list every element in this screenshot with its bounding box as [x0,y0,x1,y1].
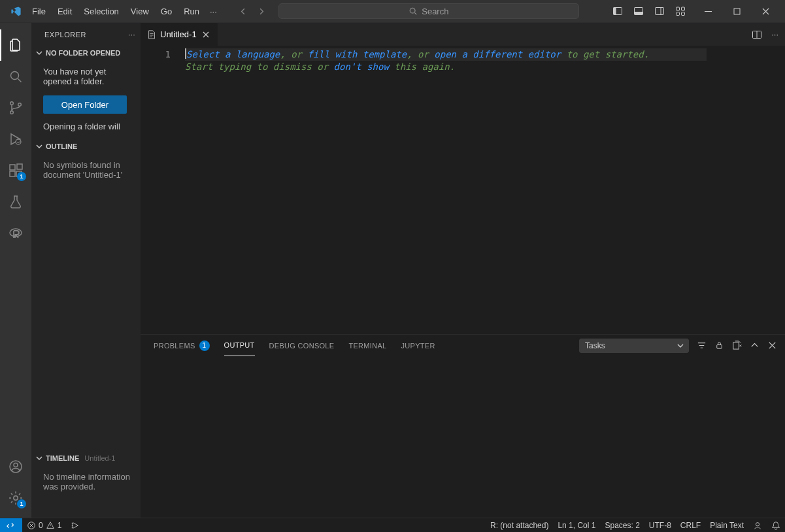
split-editor-icon[interactable] [752,29,762,40]
section-no-folder[interactable]: NO FOLDER OPENED [31,46,141,60]
status-eol[interactable]: CRLF [676,521,705,530]
panel-tab-terminal[interactable]: TERMINAL [348,335,386,356]
sidebar-more-icon[interactable]: ··· [128,31,135,39]
svg-rect-18 [10,171,15,176]
svg-rect-10 [705,11,712,12]
svg-point-24 [14,496,18,500]
no-folder-label: NO FOLDER OPENED [46,49,120,57]
status-debug-start[interactable] [66,518,84,532]
section-timeline[interactable]: TIMELINE Untitled-1 [31,451,141,465]
editor-line-2: Start typing to dismiss or don't show th… [185,61,785,73]
nav-back-icon[interactable] [238,7,248,16]
panel-filter-icon[interactable] [697,341,707,350]
menu-bar: File Edit Selection View Go Run ··· [27,4,221,19]
panel-content[interactable] [141,356,785,518]
nav-forward-icon[interactable] [257,7,267,16]
svg-rect-20 [17,164,22,169]
status-r-lang[interactable]: R: (not attached) [486,521,553,530]
menu-go[interactable]: Go [156,4,177,19]
menu-file[interactable]: File [27,4,51,19]
svg-point-0 [410,8,415,13]
status-indentation[interactable]: Spaces: 2 [600,521,644,530]
close-button[interactable] [751,0,780,23]
activity-bottom: 1 [0,451,31,518]
svg-rect-2 [614,8,616,15]
toggle-panel-icon[interactable] [633,6,644,16]
error-count: 0 [39,521,43,530]
panel-lock-icon[interactable] [714,341,724,350]
panel-maximize-icon[interactable] [750,341,760,350]
svg-point-12 [11,72,19,80]
menu-view[interactable]: View [125,4,154,19]
warning-count: 1 [58,521,62,530]
panel-clear-icon[interactable] [732,341,742,350]
chevron-down-icon [34,49,44,57]
text-editor[interactable]: 1 Select a language, or fill with templa… [141,46,785,334]
activity-source-control[interactable] [0,92,31,124]
activity-testing[interactable] [0,186,31,218]
panel-tab-output[interactable]: OUTPUT [224,335,255,356]
panel-tab-jupyter[interactable]: JUPYTER [401,335,435,356]
toggle-primary-sidebar-icon[interactable] [612,6,623,16]
code-content[interactable]: Select a language, or fill with template… [185,46,785,334]
problems-badge: 1 [199,341,210,351]
status-problems[interactable]: 0 1 [22,518,66,532]
menu-more[interactable]: ··· [206,4,221,19]
panel-tabs: PROBLEMS 1 OUTPUT DEBUG CONSOLE TERMINAL… [141,335,785,356]
status-encoding[interactable]: UTF-8 [644,521,676,530]
customize-layout-icon[interactable] [675,6,686,16]
svg-rect-4 [635,12,643,15]
output-label: OUTPUT [224,341,255,349]
dont-show-link[interactable]: don't show [334,61,389,72]
editor-text: this again. [389,61,455,72]
line-gutter: 1 [141,46,185,334]
branch-icon [8,100,24,116]
editor-more-icon[interactable]: ··· [771,29,778,39]
fill-template-link[interactable]: fill with template [307,49,407,59]
activity-search[interactable] [0,61,31,92]
minimize-button[interactable] [693,0,722,23]
tab-title: Untitled-1 [160,29,197,39]
menu-selection[interactable]: Selection [78,4,124,19]
remote-indicator[interactable] [0,518,22,533]
activity-extensions[interactable]: 1 [0,155,31,186]
status-feedback-icon[interactable] [748,521,767,530]
status-notifications-icon[interactable] [767,521,785,530]
no-folder-hint2: Opening a folder will [43,122,131,131]
layout-controls [612,6,686,16]
activity-r[interactable] [0,218,31,249]
svg-point-14 [10,111,14,114]
debug-console-label: DEBUG CONSOLE [269,342,335,350]
svg-rect-6 [676,7,680,10]
command-center-search[interactable]: Search [278,3,579,19]
section-outline[interactable]: OUTLINE [31,139,141,154]
open-folder-button[interactable]: Open Folder [43,95,127,114]
menu-run[interactable]: Run [178,4,205,19]
search-icon [8,69,24,84]
panel-close-icon[interactable] [767,341,777,350]
output-channel-dropdown[interactable]: Tasks [579,339,689,353]
toggle-secondary-sidebar-icon[interactable] [654,6,665,16]
status-language-mode[interactable]: Plain Text [705,521,748,530]
open-different-editor-link[interactable]: open a different editor [434,49,561,59]
tab-untitled-1[interactable]: Untitled-1 [141,23,218,46]
chevron-down-icon [676,342,684,350]
activity-explorer[interactable] [0,29,31,61]
activity-accounts[interactable] [0,451,31,482]
activity-settings[interactable]: 1 [0,482,31,514]
panel-tab-problems[interactable]: PROBLEMS 1 [154,335,210,356]
status-cursor-position[interactable]: Ln 1, Col 1 [553,521,600,530]
menu-edit[interactable]: Edit [52,4,77,19]
timeline-message: No timeline information was provided. [43,472,130,491]
debug-start-icon [71,521,80,530]
panel-tab-debug-console[interactable]: DEBUG CONSOLE [269,335,335,356]
select-language-link[interactable]: Select a language [186,49,280,59]
bottom-panel: PROBLEMS 1 OUTPUT DEBUG CONSOLE TERMINAL… [141,334,785,518]
maximize-button[interactable] [722,0,751,23]
warning-icon [46,521,55,530]
tab-close-icon[interactable] [201,31,211,39]
timeline-subtitle: Untitled-1 [84,454,115,462]
svg-point-23 [14,463,18,467]
outline-body: No symbols found in document 'Untitled-1… [31,154,141,188]
activity-run-debug[interactable] [0,124,31,155]
